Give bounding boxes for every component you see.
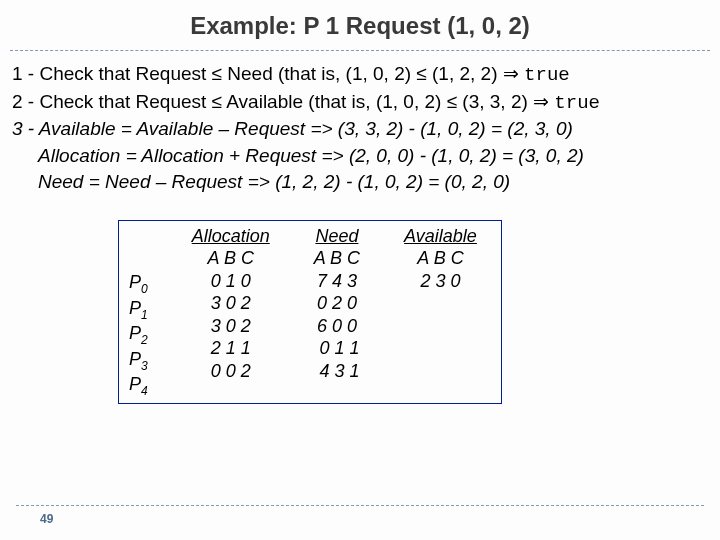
slide: Example: P 1 Request (1, 0, 2) 1 - Check… bbox=[0, 0, 720, 540]
allocation-r3: 2 1 1 bbox=[211, 338, 251, 358]
available-r0: 2 3 0 bbox=[420, 271, 460, 291]
body-text: 1 - Check that Request ≤ Need (that is, … bbox=[10, 61, 710, 196]
step-3c: Need = Need – Request => (1, 2, 2) - (1,… bbox=[12, 169, 702, 196]
step-2-true: true bbox=[554, 92, 600, 114]
p1-sub: 1 bbox=[141, 307, 148, 321]
p3: P bbox=[129, 349, 141, 369]
p2: P bbox=[129, 323, 141, 343]
allocation-r0: 0 1 0 bbox=[211, 271, 251, 291]
p0: P bbox=[129, 272, 141, 292]
process-labels: P0 P1 P2 P3 P4 bbox=[129, 225, 148, 399]
step-1-text: 1 - Check that Request ≤ Need (that is, … bbox=[12, 63, 524, 84]
need-r0: 7 4 3 bbox=[317, 271, 357, 291]
p1: P bbox=[129, 298, 141, 318]
allocation-r4: 0 0 2 bbox=[211, 361, 251, 381]
slide-title: Example: P 1 Request (1, 0, 2) bbox=[10, 12, 710, 40]
p4: P bbox=[129, 374, 141, 394]
need-r3: 0 1 1 bbox=[314, 338, 359, 358]
allocation-r1: 3 0 2 bbox=[211, 293, 251, 313]
step-1: 1 - Check that Request ≤ Need (that is, … bbox=[12, 61, 702, 89]
need-r2: 6 0 0 bbox=[317, 316, 357, 336]
available-header: Available bbox=[404, 226, 477, 246]
step-2-text: 2 - Check that Request ≤ Available (that… bbox=[12, 91, 554, 112]
available-column: Available A B C 2 3 0 bbox=[404, 225, 477, 399]
allocation-column: Allocation A B C 0 1 0 3 0 2 3 0 2 2 1 1… bbox=[192, 225, 270, 399]
p0-sub: 0 bbox=[141, 282, 148, 296]
state-table: P0 P1 P2 P3 P4 Allocation A B C 0 1 0 3 … bbox=[118, 220, 502, 404]
page-number: 49 bbox=[40, 512, 53, 526]
title-separator bbox=[10, 50, 710, 51]
need-header: Need bbox=[315, 226, 358, 246]
step-3b: Allocation = Allocation + Request => (2,… bbox=[12, 143, 702, 170]
step-3a: 3 - Available = Available – Request => (… bbox=[12, 116, 702, 143]
p4-sub: 4 bbox=[141, 384, 148, 398]
allocation-header: Allocation bbox=[192, 226, 270, 246]
step-2: 2 - Check that Request ≤ Available (that… bbox=[12, 89, 702, 117]
p3-sub: 3 bbox=[141, 358, 148, 372]
allocation-abc: A B C bbox=[208, 248, 254, 268]
need-r1: 0 2 0 bbox=[317, 293, 357, 313]
need-r4: 4 3 1 bbox=[314, 361, 359, 381]
step-1-true: true bbox=[524, 64, 570, 86]
need-column: Need A B C 7 4 3 0 2 0 6 0 0 0 1 1 4 3 1 bbox=[314, 225, 360, 399]
available-abc: A B C bbox=[417, 248, 463, 268]
footer-separator bbox=[16, 505, 704, 506]
p2-sub: 2 bbox=[141, 333, 148, 347]
allocation-r2: 3 0 2 bbox=[211, 316, 251, 336]
table-columns: P0 P1 P2 P3 P4 Allocation A B C 0 1 0 3 … bbox=[129, 225, 477, 399]
need-abc: A B C bbox=[314, 248, 360, 268]
